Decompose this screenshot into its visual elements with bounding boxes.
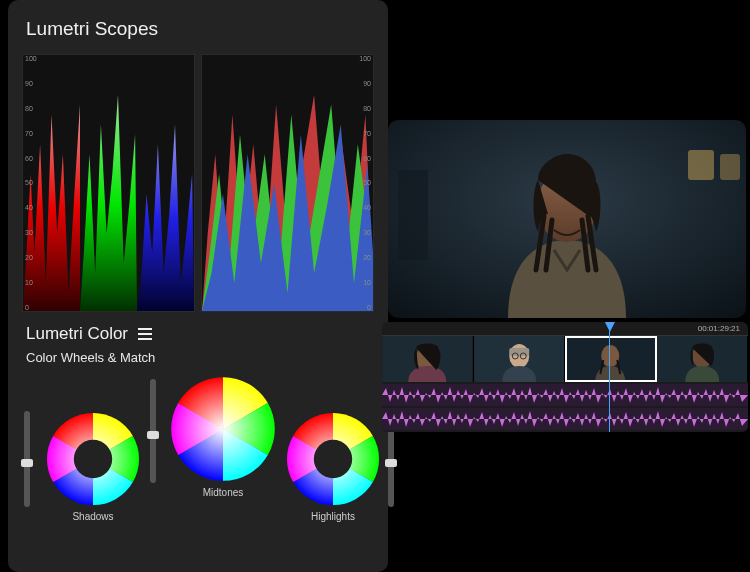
lumetri-panel: Lumetri Scopes 1009080706050403020100 (8, 0, 388, 572)
audio-lane[interactable] (382, 384, 748, 406)
color-title-row: Lumetri Color (26, 324, 374, 344)
timeline[interactable]: 00:01:29:21 (382, 322, 748, 432)
scopes-title: Lumetri Scopes (26, 18, 374, 40)
clip-thumb[interactable] (382, 336, 474, 382)
svg-point-28 (601, 345, 619, 367)
clip-thumb[interactable] (474, 336, 566, 382)
color-title: Lumetri Color (26, 324, 128, 344)
audio-lane[interactable] (382, 408, 748, 430)
scope-rgb-parade[interactable]: 1009080706050403020100 (22, 54, 195, 312)
program-monitor[interactable] (388, 120, 746, 318)
timecode: 00:01:29:21 (698, 324, 740, 333)
scopes-row: 1009080706050403020100 (22, 54, 374, 312)
svg-rect-12 (688, 150, 714, 180)
midtones-wheel[interactable]: Midtones (164, 375, 282, 498)
svg-point-10 (314, 440, 352, 478)
svg-rect-14 (398, 170, 428, 260)
clip-thumb[interactable] (565, 336, 657, 382)
scope-ruler: 1009080706050403020100 (25, 55, 45, 311)
timecode-bar: 00:01:29:21 (382, 322, 748, 336)
svg-point-2 (74, 440, 112, 478)
scope-waveform[interactable]: 1009080706050403020100 (201, 54, 374, 312)
highlights-wheel[interactable]: Highlights (280, 411, 386, 522)
playhead[interactable] (609, 322, 610, 432)
scope-ruler: 1009080706050403020100 (351, 55, 371, 311)
shadows-wheel[interactable]: Shadows (40, 411, 146, 522)
video-track (382, 336, 748, 382)
section-title: Color Wheels & Match (26, 350, 374, 365)
panel-menu-icon[interactable] (136, 326, 154, 342)
midtones-luma-slider[interactable] (150, 379, 156, 483)
shadows-luma-slider[interactable] (24, 411, 30, 507)
clip-thumb[interactable] (657, 336, 749, 382)
audio-tracks (382, 382, 748, 432)
color-wheels: Shadows (22, 375, 374, 572)
svg-rect-13 (720, 154, 740, 180)
